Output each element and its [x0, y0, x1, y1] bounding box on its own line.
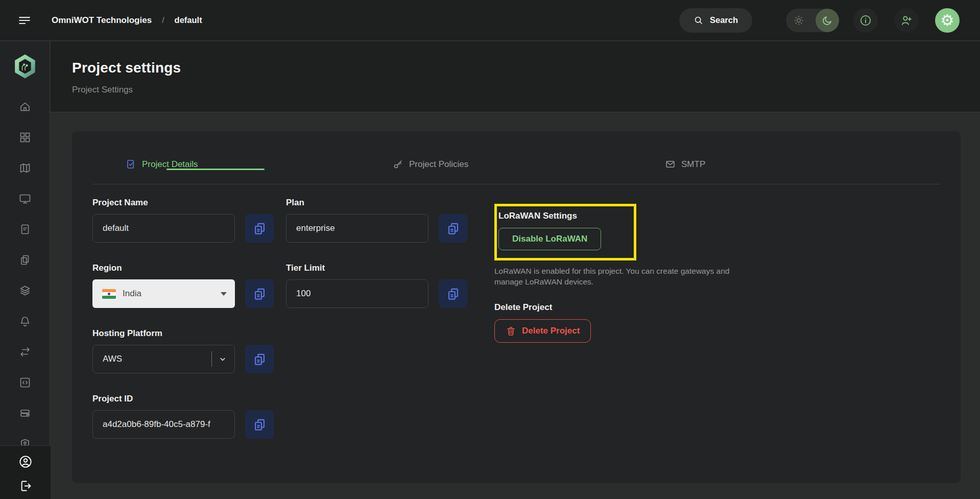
account-button[interactable] — [18, 454, 33, 471]
project-name-input[interactable] — [92, 214, 235, 243]
plan-input[interactable] — [286, 214, 428, 243]
tab-label: Project Policies — [409, 159, 468, 170]
tab-label: Project Details — [142, 159, 198, 170]
sidebar-footer — [0, 445, 51, 499]
india-flag-icon — [102, 289, 116, 299]
document-edit-icon — [126, 159, 136, 170]
document-icon — [19, 223, 31, 235]
copy-pages-icon — [19, 254, 31, 266]
form-column-1: Project Name Region India — [92, 198, 276, 459]
sidebar-item-apps[interactable] — [19, 131, 31, 144]
bell-icon — [19, 315, 31, 327]
sidebar-item-devices[interactable] — [19, 193, 31, 205]
mail-icon — [665, 159, 676, 170]
sidebar-item-logs[interactable] — [19, 223, 31, 235]
sidebar-item-map[interactable] — [19, 162, 31, 174]
region-value: India — [123, 289, 141, 299]
lorawan-settings-heading: LoRaWAN Settings — [498, 211, 634, 221]
sidebar-item-notifications[interactable] — [19, 315, 31, 327]
page-header: Project settings Project Settings — [51, 41, 980, 112]
tab-project-details[interactable]: Project Details — [126, 159, 198, 170]
gear-icon: ⚙ — [941, 13, 954, 28]
sun-icon[interactable] — [793, 14, 805, 27]
plan-label: Plan — [286, 198, 470, 208]
highlight-box: LoRaWAN Settings Disable LoRaWAN — [494, 204, 636, 260]
form-column-3: LoRaWAN Settings Disable LoRaWAN LoRaWAN… — [494, 198, 821, 343]
delete-project-button-label: Delete Project — [522, 326, 580, 336]
theme-toggle[interactable] — [786, 9, 839, 32]
lorawan-description: LoRaWAN is enabled for this project. You… — [494, 266, 738, 287]
region-select[interactable]: India — [92, 279, 235, 308]
main-content: Project settings Project Settings Projec… — [51, 41, 980, 499]
copy-icon — [253, 352, 267, 366]
page-subtitle: Project Settings — [72, 85, 980, 95]
info-button[interactable] — [853, 8, 878, 33]
copy-icon — [253, 222, 267, 235]
chevron-down-icon — [217, 353, 228, 365]
region-field: Region India — [92, 263, 276, 308]
sidebar — [0, 41, 50, 445]
copy-icon — [446, 287, 460, 301]
sidebar-item-servers[interactable] — [19, 407, 31, 419]
form-column-2: Plan Tier Limit — [286, 198, 470, 328]
tabs-bar: Project Details Project Policies SMTP — [72, 131, 961, 184]
caret-down-icon — [221, 292, 227, 296]
delete-project-button[interactable]: Delete Project — [494, 319, 591, 343]
user-plus-icon — [900, 14, 913, 27]
transfer-icon — [19, 346, 31, 358]
select-divider — [211, 351, 212, 367]
tab-smtp[interactable]: SMTP — [665, 159, 705, 170]
hosting-platform-value: AWS — [103, 354, 122, 364]
apps-icon — [19, 131, 31, 144]
project-id-field: Project ID — [92, 394, 276, 439]
add-user-button[interactable] — [894, 8, 919, 33]
info-icon — [859, 14, 872, 27]
topbar: OmniWOT Technologies / default Search — [0, 0, 980, 41]
hosting-platform-label: Hosting Platform — [92, 328, 276, 339]
breadcrumb-separator: / — [162, 16, 164, 25]
copy-plan-button[interactable] — [439, 214, 467, 243]
project-name-field: Project Name — [92, 198, 276, 243]
logout-icon — [19, 479, 33, 493]
breadcrumb-project[interactable]: default — [175, 15, 202, 25]
tab-label: SMTP — [681, 159, 705, 170]
copy-icon — [253, 287, 267, 301]
hosting-platform-select[interactable]: AWS — [92, 345, 235, 373]
copy-region-button[interactable] — [245, 279, 274, 308]
disable-lorawan-button[interactable]: Disable LoRaWAN — [498, 228, 601, 250]
copy-project-id-button[interactable] — [245, 410, 274, 439]
sidebar-item-transfers[interactable] — [19, 346, 31, 358]
home-icon — [19, 101, 31, 113]
menu-icon[interactable] — [17, 13, 32, 28]
trash-icon — [506, 326, 516, 337]
copy-project-name-button[interactable] — [245, 214, 274, 243]
key-icon — [393, 159, 403, 170]
copy-hosting-platform-button[interactable] — [245, 345, 274, 373]
sidebar-item-files[interactable] — [19, 254, 31, 266]
sidebar-item-code[interactable] — [19, 376, 31, 389]
delete-project-heading: Delete Project — [494, 302, 821, 313]
tier-limit-input[interactable] — [286, 279, 428, 308]
moon-icon — [821, 14, 833, 27]
breadcrumb-org[interactable]: OmniWOT Technologies — [52, 15, 152, 26]
project-id-label: Project ID — [92, 394, 276, 404]
settings-button[interactable]: ⚙ — [935, 8, 960, 33]
active-tab-underline — [166, 169, 265, 170]
sidebar-item-home[interactable] — [19, 101, 31, 113]
tabs-divider — [92, 184, 940, 184]
app-logo[interactable] — [11, 52, 39, 83]
copy-icon — [446, 222, 460, 235]
dark-mode-selected[interactable] — [816, 9, 839, 32]
plan-field: Plan — [286, 198, 470, 243]
copy-icon — [253, 418, 267, 432]
tab-project-policies[interactable]: Project Policies — [393, 159, 468, 170]
code-icon — [19, 376, 31, 389]
copy-tier-limit-button[interactable] — [439, 279, 467, 308]
sidebar-item-layers[interactable] — [19, 284, 31, 297]
logout-button[interactable] — [19, 479, 33, 495]
hosting-platform-field: Hosting Platform AWS — [92, 328, 276, 373]
search-button[interactable]: Search — [679, 8, 752, 33]
project-id-input[interactable] — [92, 410, 235, 439]
server-icon — [19, 407, 31, 419]
page-title: Project settings — [72, 60, 980, 76]
